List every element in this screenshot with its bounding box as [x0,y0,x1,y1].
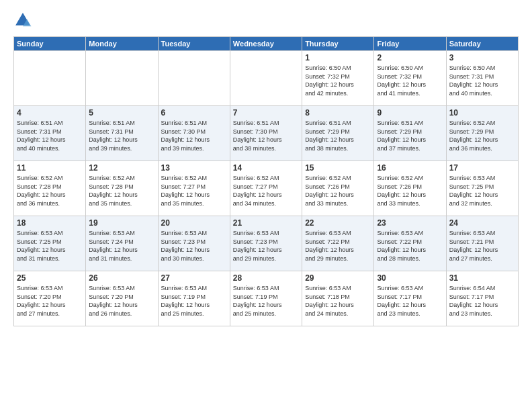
day-cell: 16Sunrise: 6:52 AM Sunset: 7:26 PM Dayli… [374,161,446,216]
day-number: 11 [17,163,83,173]
day-info: Sunrise: 6:53 AM Sunset: 7:19 PM Dayligh… [161,284,227,318]
day-cell: 28Sunrise: 6:53 AM Sunset: 7:19 PM Dayli… [230,271,302,326]
weekday-thursday: Thursday [302,37,374,51]
day-number: 9 [377,108,443,118]
day-info: Sunrise: 6:53 AM Sunset: 7:25 PM Dayligh… [449,174,515,208]
week-row-4: 18Sunrise: 6:53 AM Sunset: 7:25 PM Dayli… [14,216,519,271]
day-number: 27 [161,273,227,283]
day-number: 22 [305,218,371,228]
day-number: 1 [305,53,371,62]
day-number: 31 [449,273,515,283]
day-number: 10 [449,108,515,118]
day-cell: 22Sunrise: 6:53 AM Sunset: 7:22 PM Dayli… [302,216,374,271]
day-number: 24 [449,218,515,228]
day-info: Sunrise: 6:52 AM Sunset: 7:26 PM Dayligh… [305,174,371,208]
day-info: Sunrise: 6:53 AM Sunset: 7:18 PM Dayligh… [305,284,371,318]
logo [13,11,35,30]
day-number: 29 [305,273,371,283]
day-cell [230,51,302,106]
day-info: Sunrise: 6:53 AM Sunset: 7:25 PM Dayligh… [17,229,83,263]
day-cell: 18Sunrise: 6:53 AM Sunset: 7:25 PM Dayli… [14,216,86,271]
day-number: 20 [161,218,227,228]
day-cell: 12Sunrise: 6:52 AM Sunset: 7:28 PM Dayli… [86,161,158,216]
day-cell: 24Sunrise: 6:53 AM Sunset: 7:21 PM Dayli… [446,216,518,271]
day-number: 14 [233,163,299,173]
day-info: Sunrise: 6:50 AM Sunset: 7:31 PM Dayligh… [449,64,515,97]
header [13,11,519,30]
day-info: Sunrise: 6:51 AM Sunset: 7:29 PM Dayligh… [377,119,443,152]
day-cell: 19Sunrise: 6:53 AM Sunset: 7:24 PM Dayli… [86,216,158,271]
day-number: 28 [233,273,299,283]
weekday-tuesday: Tuesday [158,37,230,51]
day-number: 15 [305,163,371,173]
day-info: Sunrise: 6:53 AM Sunset: 7:17 PM Dayligh… [377,284,443,318]
page: SundayMondayTuesdayWednesdayThursdayFrid… [0,0,532,411]
day-info: Sunrise: 6:52 AM Sunset: 7:27 PM Dayligh… [161,174,227,208]
day-info: Sunrise: 6:52 AM Sunset: 7:28 PM Dayligh… [17,174,83,208]
week-row-2: 4Sunrise: 6:51 AM Sunset: 7:31 PM Daylig… [14,106,519,161]
day-cell: 5Sunrise: 6:51 AM Sunset: 7:31 PM Daylig… [86,106,158,161]
weekday-friday: Friday [374,37,446,51]
day-info: Sunrise: 6:51 AM Sunset: 7:31 PM Dayligh… [89,119,154,152]
day-info: Sunrise: 6:51 AM Sunset: 7:29 PM Dayligh… [305,119,371,152]
day-info: Sunrise: 6:53 AM Sunset: 7:23 PM Dayligh… [233,229,299,263]
weekday-monday: Monday [86,37,158,51]
day-cell: 27Sunrise: 6:53 AM Sunset: 7:19 PM Dayli… [158,271,230,326]
day-number: 12 [89,163,154,173]
logo-icon [13,11,32,30]
day-cell: 1Sunrise: 6:50 AM Sunset: 7:32 PM Daylig… [302,51,374,106]
day-number: 16 [377,163,443,173]
week-row-3: 11Sunrise: 6:52 AM Sunset: 7:28 PM Dayli… [14,161,519,216]
day-cell: 4Sunrise: 6:51 AM Sunset: 7:31 PM Daylig… [14,106,86,161]
day-info: Sunrise: 6:53 AM Sunset: 7:23 PM Dayligh… [161,229,227,263]
day-cell: 7Sunrise: 6:51 AM Sunset: 7:30 PM Daylig… [230,106,302,161]
day-cell: 26Sunrise: 6:53 AM Sunset: 7:20 PM Dayli… [86,271,158,326]
day-number: 18 [17,218,83,228]
day-cell: 14Sunrise: 6:52 AM Sunset: 7:27 PM Dayli… [230,161,302,216]
day-number: 26 [89,273,154,283]
day-cell: 10Sunrise: 6:52 AM Sunset: 7:29 PM Dayli… [446,106,518,161]
week-row-1: 1Sunrise: 6:50 AM Sunset: 7:32 PM Daylig… [14,51,519,106]
day-info: Sunrise: 6:54 AM Sunset: 7:17 PM Dayligh… [449,284,515,318]
day-number: 23 [377,218,443,228]
day-number: 19 [89,218,154,228]
day-info: Sunrise: 6:51 AM Sunset: 7:30 PM Dayligh… [233,119,299,152]
day-info: Sunrise: 6:53 AM Sunset: 7:20 PM Dayligh… [89,284,154,318]
day-number: 25 [17,273,83,283]
day-cell: 8Sunrise: 6:51 AM Sunset: 7:29 PM Daylig… [302,106,374,161]
day-number: 30 [377,273,443,283]
day-cell: 23Sunrise: 6:53 AM Sunset: 7:22 PM Dayli… [374,216,446,271]
weekday-sunday: Sunday [14,37,86,51]
day-info: Sunrise: 6:53 AM Sunset: 7:21 PM Dayligh… [449,229,515,263]
day-cell: 15Sunrise: 6:52 AM Sunset: 7:26 PM Dayli… [302,161,374,216]
day-info: Sunrise: 6:52 AM Sunset: 7:28 PM Dayligh… [89,174,154,208]
day-cell: 13Sunrise: 6:52 AM Sunset: 7:27 PM Dayli… [158,161,230,216]
day-cell: 11Sunrise: 6:52 AM Sunset: 7:28 PM Dayli… [14,161,86,216]
day-cell: 3Sunrise: 6:50 AM Sunset: 7:31 PM Daylig… [446,51,518,106]
day-info: Sunrise: 6:52 AM Sunset: 7:26 PM Dayligh… [377,174,443,208]
day-number: 8 [305,108,371,118]
day-number: 2 [377,53,443,62]
week-row-5: 25Sunrise: 6:53 AM Sunset: 7:20 PM Dayli… [14,271,519,326]
day-cell: 21Sunrise: 6:53 AM Sunset: 7:23 PM Dayli… [230,216,302,271]
day-info: Sunrise: 6:53 AM Sunset: 7:22 PM Dayligh… [377,229,443,263]
day-info: Sunrise: 6:51 AM Sunset: 7:30 PM Dayligh… [161,119,227,152]
calendar: SundayMondayTuesdayWednesdayThursdayFrid… [13,36,519,326]
day-cell: 6Sunrise: 6:51 AM Sunset: 7:30 PM Daylig… [158,106,230,161]
day-cell: 9Sunrise: 6:51 AM Sunset: 7:29 PM Daylig… [374,106,446,161]
day-cell: 2Sunrise: 6:50 AM Sunset: 7:32 PM Daylig… [374,51,446,106]
day-number: 7 [233,108,299,118]
day-cell: 17Sunrise: 6:53 AM Sunset: 7:25 PM Dayli… [446,161,518,216]
day-info: Sunrise: 6:53 AM Sunset: 7:20 PM Dayligh… [17,284,83,318]
day-number: 6 [161,108,227,118]
day-cell: 31Sunrise: 6:54 AM Sunset: 7:17 PM Dayli… [446,271,518,326]
day-cell [14,51,86,106]
day-cell: 20Sunrise: 6:53 AM Sunset: 7:23 PM Dayli… [158,216,230,271]
day-cell: 29Sunrise: 6:53 AM Sunset: 7:18 PM Dayli… [302,271,374,326]
day-info: Sunrise: 6:50 AM Sunset: 7:32 PM Dayligh… [305,64,371,97]
day-number: 4 [17,108,83,118]
day-info: Sunrise: 6:50 AM Sunset: 7:32 PM Dayligh… [377,64,443,97]
weekday-wednesday: Wednesday [230,37,302,51]
day-info: Sunrise: 6:52 AM Sunset: 7:27 PM Dayligh… [233,174,299,208]
day-cell [86,51,158,106]
